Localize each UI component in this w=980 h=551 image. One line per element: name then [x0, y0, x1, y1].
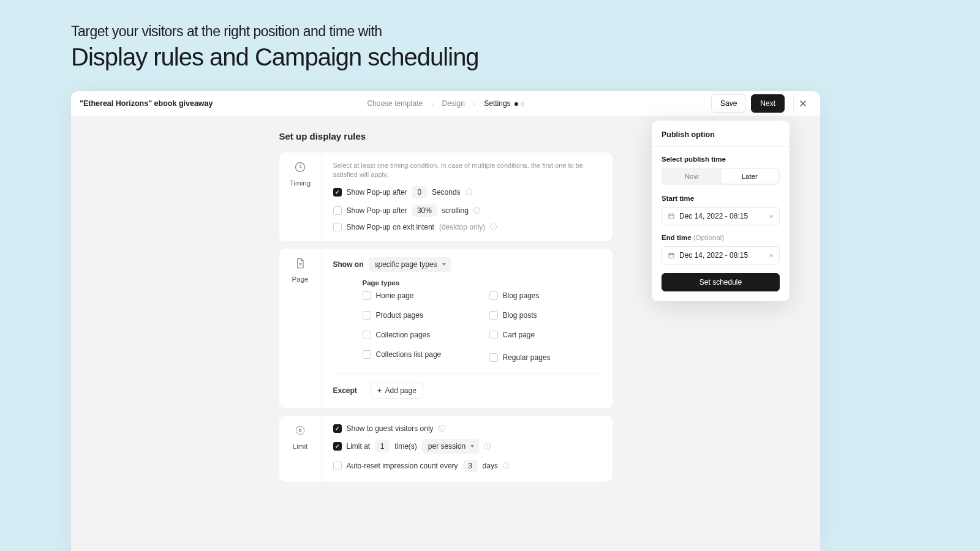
clear-end-icon[interactable]: ×: [769, 252, 774, 260]
end-time-input[interactable]: Dec 14, 2022 - 08:15 ×: [662, 246, 780, 264]
guest-only-label: Show to guest visitors only: [347, 424, 434, 433]
info-icon[interactable]: [439, 425, 445, 432]
info-icon[interactable]: [503, 462, 510, 469]
limit-at-checkbox[interactable]: [333, 442, 342, 451]
timing-after-label: Show Pop-up after: [347, 188, 407, 197]
close-icon: [799, 100, 807, 107]
publish-later-option[interactable]: Later: [721, 169, 779, 184]
next-button[interactable]: Next: [751, 94, 785, 113]
timing-scroll-value[interactable]: 30%: [412, 204, 437, 217]
start-time-input[interactable]: Dec 14, 2022 - 08:15 ×: [662, 207, 780, 225]
timing-scroll-checkbox[interactable]: [333, 206, 342, 215]
publish-time-segment: Now Later: [662, 168, 780, 185]
page-type-blog-pages-checkbox[interactable]: [489, 291, 498, 300]
clear-start-icon[interactable]: ×: [769, 212, 774, 220]
set-schedule-button[interactable]: Set schedule: [662, 273, 780, 291]
step-choose-template[interactable]: Choose template: [367, 99, 423, 108]
calendar-icon: [668, 212, 675, 220]
page-type-label: Regular pages: [503, 353, 551, 362]
limit-side-label: Limit: [293, 443, 307, 450]
target-icon: [294, 424, 306, 437]
timing-after-value[interactable]: 0: [412, 186, 427, 198]
page-type-home-checkbox[interactable]: [363, 291, 371, 300]
end-time-value: Dec 14, 2022 - 08:15: [679, 251, 748, 260]
info-icon[interactable]: [466, 189, 472, 195]
plus-icon: +: [377, 386, 382, 394]
publish-title: Publish option: [662, 130, 780, 139]
limit-unit: time(s): [394, 442, 417, 451]
page-types-header: Page types: [363, 279, 601, 287]
campaign-title: "Ethereal Horizons" ebook giveaway: [80, 99, 213, 108]
timing-side-label: Timing: [290, 179, 311, 187]
page-side-label: Page: [292, 276, 309, 283]
chevron-right-icon: ›: [473, 100, 475, 107]
timing-card: Timing Select at least one timing condit…: [279, 152, 612, 241]
end-time-label: End time (Optional): [662, 234, 780, 241]
page-type-label: Collection pages: [376, 331, 431, 339]
clock-icon: [294, 161, 306, 173]
page-type-cart-checkbox[interactable]: [489, 331, 498, 339]
close-button[interactable]: [793, 94, 812, 113]
page-type-collections-list-checkbox[interactable]: [363, 350, 371, 359]
info-icon[interactable]: [484, 443, 491, 449]
limit-at-label: Limit at: [347, 442, 371, 451]
timing-exit-suffix: (desktop only): [439, 223, 485, 231]
timing-after-unit: Seconds: [432, 188, 461, 197]
info-icon[interactable]: [473, 207, 480, 214]
page-type-label: Collections list page: [376, 350, 442, 359]
breadcrumb: Choose template › Design › Settings: [367, 99, 524, 108]
svg-point-2: [299, 429, 301, 431]
auto-reset-checkbox[interactable]: [333, 462, 342, 470]
optional-label: (Optional): [693, 234, 725, 241]
page-type-collection-checkbox[interactable]: [363, 331, 371, 339]
info-icon[interactable]: [490, 223, 497, 230]
section-title: Set up display rules: [279, 131, 612, 141]
start-time-label: Start time: [662, 195, 780, 202]
chevron-right-icon: ›: [431, 100, 433, 107]
page-type-label: Blog posts: [503, 311, 537, 320]
hero-title: Display rules and Campaign scheduling: [71, 43, 909, 71]
except-label: Except: [333, 386, 357, 395]
timing-exit-checkbox[interactable]: [333, 223, 342, 231]
publish-popover: Publish option Select publish time Now L…: [652, 121, 790, 301]
reset-value-input[interactable]: 3: [463, 460, 478, 472]
timing-scroll-unit: scrolling: [442, 206, 469, 215]
step-design[interactable]: Design: [442, 99, 465, 108]
timing-after-checkbox[interactable]: [333, 188, 342, 197]
page-icon: [294, 257, 306, 269]
svg-point-1: [296, 426, 304, 434]
svg-rect-4: [669, 253, 674, 258]
start-time-value: Dec 14, 2022 - 08:15: [679, 212, 748, 220]
add-page-button[interactable]: + Add page: [371, 383, 423, 399]
guest-only-checkbox[interactable]: [333, 424, 342, 433]
step-dot-empty: [521, 102, 524, 106]
show-on-select[interactable]: specific page types: [369, 257, 451, 272]
page-type-label: Blog pages: [503, 291, 540, 300]
svg-rect-3: [669, 214, 674, 219]
page-type-label: Product pages: [376, 311, 423, 320]
show-on-label: Show on: [333, 260, 364, 269]
page-type-label: Home page: [376, 291, 414, 300]
page-type-product-checkbox[interactable]: [363, 311, 371, 320]
app-window: "Ethereal Horizons" ebook giveaway Choos…: [71, 91, 820, 551]
page-type-blog-posts-checkbox[interactable]: [489, 311, 498, 320]
limit-scope-select[interactable]: per session: [422, 439, 479, 454]
timing-scroll-label: Show Pop-up after: [347, 206, 407, 215]
save-button[interactable]: Save: [711, 94, 746, 113]
page-type-label: Cart page: [503, 331, 535, 339]
page-card: Page Show on specific page types Page ty…: [279, 249, 612, 408]
limit-value-input[interactable]: 1: [375, 440, 390, 452]
hero-subtitle: Target your visitors at the right positi…: [71, 23, 909, 40]
step-dot-active: [514, 102, 518, 106]
calendar-icon: [668, 252, 675, 259]
publish-time-label: Select publish time: [662, 156, 780, 163]
timing-hint: Select at least one timing condition. In…: [333, 161, 601, 180]
page-type-regular-checkbox[interactable]: [489, 353, 498, 362]
auto-reset-label: Auto-reset impression count every: [347, 462, 458, 470]
publish-now-option[interactable]: Now: [663, 169, 721, 184]
limit-card: Limit Show to guest visitors only Limit …: [279, 416, 612, 482]
step-settings[interactable]: Settings: [484, 99, 524, 108]
reset-unit: days: [483, 462, 498, 470]
timing-exit-label: Show Pop-up on exit intent: [347, 223, 434, 231]
